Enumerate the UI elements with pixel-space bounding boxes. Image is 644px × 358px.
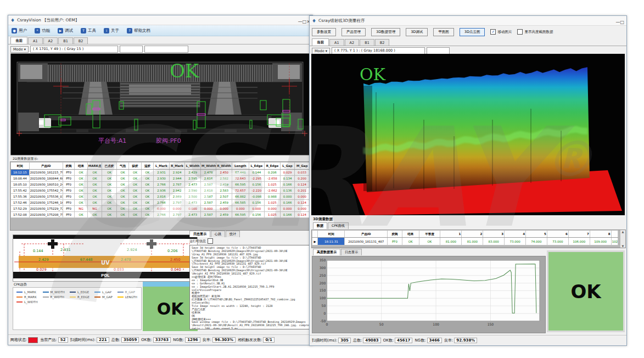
tab-统计[interactable]: 统计 <box>226 231 240 237</box>
table-cell: 1.025 <box>265 200 281 206</box>
maximize-button[interactable]: □ <box>620 20 624 25</box>
legend-item-LENGTH: LENGTH <box>117 295 138 299</box>
column-header: 胶阀 <box>63 163 74 170</box>
tab-A1[interactable]: A1 <box>329 39 344 46</box>
status-total-count: 总数:35059 <box>111 337 139 343</box>
mode-dropdown[interactable]: Mode ▾ <box>312 48 330 54</box>
checkbox-显示高度截面数据[interactable]: 显示高度截面数据 <box>517 29 553 35</box>
table-cell: OK <box>129 200 141 206</box>
table-cell: OK <box>129 188 141 194</box>
tab-B1[interactable]: B1 <box>360 39 374 46</box>
menu-item-about[interactable]: i关于 <box>104 28 119 33</box>
uv-label: UV <box>101 260 110 266</box>
table-header-row: 时间产品ID胶阀结果平整度12345678 <box>312 231 618 238</box>
table-cell: 83.000 <box>483 238 505 245</box>
log-view[interactable]: Save 3d height image to file : D:\JTA03T… <box>189 245 320 329</box>
table-cell: 2.797 <box>169 200 185 206</box>
toolbar-button-3[interactable]: 3D数据管理 <box>371 28 400 36</box>
table-cell: 0.000 <box>295 194 310 200</box>
table-cell: OK <box>87 188 102 194</box>
table-row[interactable]: 17:52:2920210930_175229_725PF0NGNGOKOKOK… <box>11 206 310 212</box>
table-cell: 18:08:44 <box>11 176 30 182</box>
column-header: R_Edge <box>265 163 281 170</box>
table-row[interactable]: 18:08:4420210930_180844_602PF0OKOKOKOKOK… <box>11 176 310 182</box>
table-cell: 0.134 <box>280 176 295 182</box>
tab-高度数据显示[interactable]: 高度数据显示 <box>313 249 340 255</box>
svg-text:50: 50 <box>322 304 326 307</box>
column-header: L_Edge <box>249 163 265 170</box>
menu-item-function[interactable]: *功能 <box>35 28 50 33</box>
menu-item-debug[interactable]: ▶调试 <box>58 28 73 33</box>
tab-日志显示[interactable]: 日志显示 <box>341 249 362 255</box>
mode-bar: Mode ▾ ( X 1701, Y 49 ) : ( Gray 15 ) <box>10 46 188 53</box>
tab-B1[interactable]: B1 <box>58 37 73 44</box>
measurement-table-panel[interactable]: 时间产品ID胶阀结果MARK点已点胶气泡缺胶溢胶L_MarkR_MarkL_Wi… <box>10 161 311 231</box>
table-cell: 2.478 <box>200 170 216 176</box>
legend-swatch <box>70 292 76 293</box>
table-row[interactable]: 17:55:4220210930_175542_747PF0OKOKOKOKOK… <box>11 188 310 194</box>
pointcloud-3d-view[interactable]: OK <box>311 54 625 215</box>
legend-swatch <box>117 292 124 293</box>
table-row[interactable]: 18:12:1520210930_181215_799PF0OKOKOKOKOK… <box>11 170 310 176</box>
runtime-info-checkbox[interactable] <box>208 238 213 244</box>
table-cell: OK <box>75 182 87 188</box>
tab-数据[interactable]: 数据 <box>313 222 327 229</box>
table-scrollbar[interactable]: ▲▼ <box>620 230 625 248</box>
legend-item-L_EDGE: L_EDGE <box>70 290 90 294</box>
table-cell: 0.206 <box>265 170 281 176</box>
table-cell: 20210930_175542_747 <box>29 188 63 194</box>
toolbar-button-1[interactable]: 参数设置 <box>312 28 336 36</box>
table-cell: OK <box>102 170 117 176</box>
tab-B2[interactable]: B2 <box>375 39 390 46</box>
table-row[interactable]: 17:52:4620210930_175246_164PF0OKOKOKOKOK… <box>11 200 310 206</box>
tab-B2[interactable]: B2 <box>74 37 88 44</box>
tab-心跳[interactable]: 心跳 <box>211 231 225 237</box>
tab-A2[interactable]: A2 <box>345 39 360 46</box>
tab-当前[interactable]: 当前 <box>10 37 27 44</box>
legend-item-R_WIDTH: R_WIDTH <box>43 295 65 299</box>
table-cell: OK <box>141 212 153 218</box>
toolbar-button-4[interactable]: 3D调试 <box>406 28 428 36</box>
menu-item-user[interactable]: ●用户 <box>12 28 27 33</box>
tab-当前[interactable]: 当前 <box>312 38 329 46</box>
menu-item-help[interactable]: ?帮助文档 <box>127 28 150 33</box>
table-cell: OK <box>116 200 128 206</box>
xray-image-view[interactable]: OK 平台号:A1 胶阀:PF0 <box>10 53 310 155</box>
table-row[interactable]: ▶18:11:3120210930_181131_487PF0OKOK81.00… <box>312 238 618 245</box>
legend-label: R_EDGE <box>77 295 89 299</box>
menu-item-tools[interactable]: T工具 <box>81 28 96 33</box>
legend-item-L_MARK: L_MARK <box>16 290 38 294</box>
tab-A2[interactable]: A2 <box>43 37 58 44</box>
toolbar-button-6[interactable]: 3D点云图 <box>460 28 485 36</box>
table-cell: 2.587 <box>200 212 216 218</box>
mode-dropdown[interactable]: Mode ▾ <box>10 46 29 53</box>
tab-A1[interactable]: A1 <box>28 37 43 44</box>
svg-text:0.040: 0.040 <box>171 267 181 272</box>
right-title-bar: ♦ Csray镭射线3D测量程序 —□ <box>310 16 626 26</box>
window-controls: —□ <box>615 15 624 26</box>
legend-item-M_GAP: M_GAP <box>94 295 113 299</box>
checkbox-移动图片[interactable]: ✓移动图片 <box>490 29 512 35</box>
minimize-button[interactable]: — <box>298 19 303 24</box>
table-cell: OK <box>87 176 102 182</box>
3d-table-panel[interactable]: 时间产品ID胶阀结果平整度12345678▶18:11:3120210930_1… <box>311 230 626 248</box>
debug-icon: ▶ <box>58 28 63 33</box>
table-cell: OK <box>419 238 440 245</box>
svg-text:50: 50 <box>379 322 384 326</box>
table-row[interactable]: 18:05:1020210930_180510_244PF0OKOKOKOKOK… <box>11 182 310 188</box>
table-row[interactable]: 17:55:3620210930_175536_010PF0OKOKOKOKOK… <box>11 194 310 200</box>
status-label: 相机触发次数: <box>238 337 262 343</box>
menu-bar: ●用户*功能▶调试T工具i关于?帮助文档 <box>8 25 312 36</box>
status-value: 45617 <box>395 338 412 343</box>
toolbar-button-2[interactable]: 产品管理 <box>341 28 366 36</box>
toolbar-button-5[interactable]: 平面图 <box>433 28 454 36</box>
height-surface <box>363 67 590 192</box>
table-cell: 0.000 <box>169 206 185 212</box>
table-cell: -2.658 <box>265 176 281 182</box>
tab-日志显示[interactable]: 日志显示 <box>189 231 210 237</box>
checkbox-box[interactable]: ✓ <box>490 29 496 35</box>
table-row[interactable]: 17:52:0820210930_175208_756PF0OKOKOKOKOK… <box>11 212 310 218</box>
tab-CPK曲线[interactable]: CPK曲线 <box>328 222 349 229</box>
table-cell: 2.473 <box>185 212 201 218</box>
checkbox-box[interactable] <box>517 29 523 35</box>
